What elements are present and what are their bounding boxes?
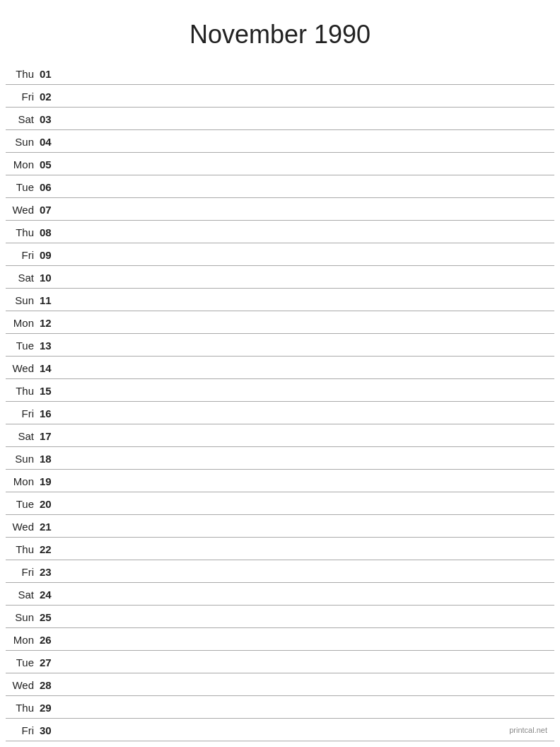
day-line	[61, 413, 554, 414]
day-row: Tue06	[6, 175, 554, 198]
day-number: 11	[38, 294, 61, 306]
day-row: Mon05	[6, 153, 554, 175]
day-name: Wed	[6, 521, 38, 533]
day-row: Mon26	[6, 628, 554, 651]
day-number: 12	[38, 317, 61, 329]
day-line	[61, 255, 554, 255]
day-number: 03	[38, 113, 61, 125]
day-name: Thu	[6, 702, 38, 714]
day-row: Thu22	[6, 538, 554, 560]
day-row: Sun18	[6, 447, 554, 470]
page-title: November 1990	[0, 0, 560, 62]
day-name: Wed	[6, 204, 38, 216]
day-name: Thu	[6, 543, 38, 555]
day-number: 27	[38, 656, 61, 668]
day-name: Mon	[6, 317, 38, 329]
day-line	[61, 277, 554, 278]
day-row: Mon19	[6, 470, 554, 492]
day-line	[61, 662, 554, 663]
day-row: Thu08	[6, 221, 554, 243]
day-number: 09	[38, 249, 61, 261]
day-line	[61, 96, 554, 97]
day-name: Thu	[6, 226, 38, 238]
day-row: Sat24	[6, 583, 554, 606]
day-line	[61, 323, 554, 323]
day-name: Fri	[6, 566, 38, 578]
day-line	[61, 390, 554, 391]
day-row: Wed28	[6, 673, 554, 696]
day-row: Thu15	[6, 379, 554, 402]
day-row: Sat10	[6, 266, 554, 289]
day-number: 01	[38, 68, 61, 80]
day-row: Thu29	[6, 696, 554, 719]
day-line	[61, 707, 554, 708]
day-line	[61, 164, 554, 165]
day-name: Tue	[6, 340, 38, 352]
day-line	[61, 549, 554, 550]
day-number: 17	[38, 430, 61, 442]
day-number: 04	[38, 136, 61, 148]
day-name: Wed	[6, 679, 38, 691]
day-line	[61, 119, 554, 120]
day-number: 02	[38, 91, 61, 103]
day-line	[61, 594, 554, 595]
day-line	[61, 368, 554, 369]
day-name: Tue	[6, 181, 38, 193]
day-name: Mon	[6, 158, 38, 170]
day-number: 15	[38, 385, 61, 397]
day-row: Wed21	[6, 515, 554, 538]
day-row: Wed14	[6, 357, 554, 379]
day-line	[61, 209, 554, 210]
day-row: Mon12	[6, 311, 554, 334]
day-line	[61, 300, 554, 301]
day-name: Mon	[6, 634, 38, 646]
day-name: Tue	[6, 498, 38, 510]
day-row: Sun25	[6, 606, 554, 628]
day-name: Sun	[6, 294, 38, 306]
day-number: 18	[38, 453, 61, 465]
day-row: Wed07	[6, 198, 554, 221]
day-name: Fri	[6, 724, 38, 736]
day-row: Sun04	[6, 130, 554, 153]
day-row: Sat17	[6, 424, 554, 447]
day-line	[61, 232, 554, 233]
day-row: Tue27	[6, 651, 554, 673]
day-row: Fri02	[6, 85, 554, 108]
day-number: 21	[38, 521, 61, 533]
day-line	[61, 730, 554, 731]
day-line	[61, 458, 554, 459]
day-name: Sat	[6, 430, 38, 442]
footer-text: printcal.net	[509, 726, 547, 734]
day-name: Mon	[6, 475, 38, 487]
day-number: 16	[38, 407, 61, 419]
day-line	[61, 639, 554, 640]
day-name: Tue	[6, 656, 38, 668]
day-number: 24	[38, 589, 61, 601]
day-number: 25	[38, 611, 61, 623]
day-line	[61, 345, 554, 346]
day-number: 22	[38, 543, 61, 555]
day-row: Tue20	[6, 492, 554, 515]
day-line	[61, 526, 554, 527]
day-name: Sun	[6, 611, 38, 623]
day-line	[61, 572, 554, 572]
day-line	[61, 74, 554, 74]
day-name: Sun	[6, 453, 38, 465]
day-number: 10	[38, 272, 61, 284]
day-row: Fri30	[6, 719, 554, 741]
day-name: Wed	[6, 362, 38, 374]
day-number: 19	[38, 475, 61, 487]
day-name: Thu	[6, 68, 38, 80]
day-name: Sat	[6, 272, 38, 284]
day-name: Thu	[6, 385, 38, 397]
day-row: Sat03	[6, 108, 554, 130]
day-line	[61, 141, 554, 142]
day-number: 05	[38, 158, 61, 170]
day-line	[61, 187, 554, 187]
day-line	[61, 436, 554, 436]
day-number: 06	[38, 181, 61, 193]
day-name: Sat	[6, 589, 38, 601]
day-number: 26	[38, 634, 61, 646]
day-number: 07	[38, 204, 61, 216]
day-name: Sat	[6, 113, 38, 125]
